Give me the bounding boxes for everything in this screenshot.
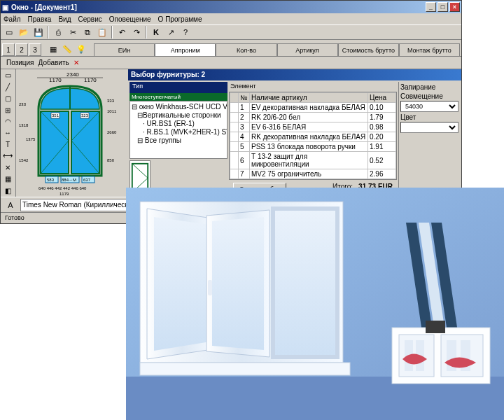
glass-tool-icon[interactable]: ▦ bbox=[1, 174, 14, 184]
color-select[interactable] bbox=[400, 122, 458, 133]
text-tool-icon[interactable]: T bbox=[1, 139, 14, 150]
maximize-button[interactable]: □ bbox=[438, 2, 448, 12]
tab-qty[interactable]: Кол-во bbox=[216, 43, 276, 56]
tab-approx[interactable]: Аппроним bbox=[155, 43, 216, 56]
window-tool-icon[interactable]: ⊞ bbox=[1, 104, 14, 115]
tab-row: 1 2 3 ▦ 📏 💡 ЕИн Аппроним Кол-во Артикул … bbox=[1, 40, 461, 57]
dim-top-total: 2340 bbox=[66, 71, 79, 78]
svg-text:1011: 1011 bbox=[107, 109, 117, 113]
tree-item[interactable]: ⊟ Все группы bbox=[132, 136, 225, 145]
tree-item[interactable]: · UR.BS1 (ER-1) bbox=[132, 120, 225, 128]
erase-tool-icon[interactable]: ✕ bbox=[1, 162, 14, 173]
menu-edit[interactable]: Правка bbox=[28, 15, 52, 23]
svg-text:1170: 1170 bbox=[49, 77, 62, 83]
tool-palette: ▭ ╱ ▢ ⊞ ◠ ↔ T ⟷ ✕ ▦ ◧ bbox=[1, 69, 16, 197]
ruler-icon[interactable]: 📏 bbox=[60, 42, 74, 56]
sub-row: Позиция Добавить ✕ bbox=[1, 57, 461, 69]
bold-icon[interactable]: K bbox=[149, 25, 163, 39]
parts-table[interactable]: №Наличие артикулЦена 1EV декоративная на… bbox=[229, 92, 397, 180]
page-2[interactable]: 2 bbox=[15, 43, 28, 56]
rect-tool-icon[interactable]: ▢ bbox=[1, 93, 14, 104]
menu-view[interactable]: Вид bbox=[58, 15, 71, 23]
close-x-icon[interactable]: ✕ bbox=[74, 59, 79, 66]
drawing-canvas[interactable]: 2340 1170 1170 351 323 bbox=[16, 69, 128, 197]
combine-label: Совмещение bbox=[400, 92, 458, 100]
print-icon[interactable]: ⎙ bbox=[51, 25, 65, 39]
menu-about[interactable]: О Программе bbox=[158, 15, 202, 23]
minimize-button[interactable]: _ bbox=[426, 2, 436, 12]
menu-file[interactable]: Файл bbox=[4, 15, 21, 23]
color-tool-icon[interactable]: ◧ bbox=[1, 186, 14, 196]
undo-icon[interactable]: ↶ bbox=[115, 25, 129, 39]
label-position: Позиция bbox=[6, 59, 34, 66]
tree-item[interactable]: ⊟ окно Winkhaus-SCH UCD Variotek bbox=[132, 103, 225, 111]
grid-icon[interactable]: ▦ bbox=[46, 42, 60, 56]
svg-text:323: 323 bbox=[81, 113, 89, 118]
help-icon[interactable]: ? bbox=[178, 25, 192, 39]
select-tool-icon[interactable]: ▭ bbox=[1, 70, 14, 80]
tab-gross-mount[interactable]: Монтаж брутто bbox=[399, 43, 460, 56]
svg-text:233: 233 bbox=[19, 102, 27, 106]
new-icon[interactable]: ▭ bbox=[2, 25, 16, 39]
close-button[interactable]: × bbox=[449, 2, 460, 12]
svg-rect-57 bbox=[426, 321, 445, 333]
table-row: 3EV 6-316 БЕЛАЯ0.98 bbox=[230, 122, 396, 132]
svg-rect-46 bbox=[208, 280, 212, 295]
svg-text:1542: 1542 bbox=[19, 158, 29, 162]
table-row: 2RK 20/6-20 бел1.79 bbox=[230, 113, 396, 122]
svg-marker-45 bbox=[212, 217, 264, 350]
cut-icon[interactable]: ✂ bbox=[66, 25, 80, 39]
hardware-panel: Выбор фурнитуры: 2 Тип Многоступенчатый … bbox=[128, 69, 461, 197]
tab-article[interactable]: Артикул bbox=[277, 43, 338, 56]
svg-rect-41 bbox=[273, 209, 337, 357]
table-row: 6Т 13-2 защит для микровентиляции0.52 bbox=[230, 152, 396, 169]
svg-text:333: 333 bbox=[107, 99, 115, 103]
page-3[interactable]: 3 bbox=[29, 43, 41, 56]
window-title: Окно - [Документ1] bbox=[11, 4, 77, 11]
svg-rect-6 bbox=[41, 111, 69, 174]
svg-text:884→M: 884→M bbox=[62, 178, 76, 182]
tree-item[interactable]: · R.BS.1 (MVK+2HER-1) SVM-B bbox=[132, 128, 225, 136]
table-row: 4RK декоративная накладка БЕЛАЯ0.20 bbox=[230, 132, 396, 142]
copy-icon[interactable]: ⧉ bbox=[80, 25, 94, 39]
titlebar[interactable]: ▣ Окно - [Документ1] _ □ × bbox=[1, 1, 461, 13]
arrow-icon[interactable]: ↗ bbox=[164, 25, 178, 39]
hardware-tree[interactable]: ⊟ окно Winkhaus-SCH UCD Variotek ⊟Вертик… bbox=[130, 101, 227, 159]
tree-item[interactable]: ⊟Вертикальные сторонки bbox=[132, 111, 225, 120]
svg-text:1170: 1170 bbox=[84, 77, 97, 83]
lock-label: Запирание bbox=[400, 83, 458, 91]
toolbar-1: ▭ 📂 💾 ⎙ ✂ ⧉ 📋 ↶ ↷ K ↗ ? bbox=[1, 24, 461, 40]
redo-icon[interactable]: ↷ bbox=[130, 25, 144, 39]
open-icon[interactable]: 📂 bbox=[17, 25, 31, 39]
right-panel: Запирание Совмещение 54030 Цвет bbox=[398, 82, 460, 195]
combine-select[interactable]: 54030 bbox=[400, 101, 458, 112]
svg-text:1375: 1375 bbox=[26, 137, 36, 141]
font-icon[interactable]: A bbox=[4, 198, 18, 212]
menubar: Файл Правка Вид Сервис Оповещение О Прог… bbox=[1, 13, 461, 24]
menu-service[interactable]: Сервис bbox=[78, 15, 102, 23]
menu-notify[interactable]: Оповещение bbox=[109, 15, 151, 23]
arc-tool-icon[interactable]: ◠ bbox=[1, 116, 14, 127]
svg-text:850: 850 bbox=[107, 158, 115, 162]
svg-text:637: 637 bbox=[83, 178, 91, 182]
table-row: 5РSS 13 блокада поворота ручки1.91 bbox=[230, 142, 396, 152]
bulb-icon[interactable]: 💡 bbox=[74, 42, 88, 56]
page-1[interactable]: 1 bbox=[2, 43, 15, 56]
svg-text:2660: 2660 bbox=[107, 130, 117, 134]
svg-marker-43 bbox=[154, 217, 210, 351]
panel-title: Выбор фурнитуры: 2 bbox=[128, 69, 461, 80]
tab-gross-cost[interactable]: Стоимость брутто bbox=[338, 43, 399, 56]
product-photo bbox=[126, 188, 504, 420]
table-row: 1EV декоративная накладка БЕЛАЯ0.10 bbox=[230, 103, 396, 113]
table-row: 7MV2 75 ограничитель2.96 bbox=[230, 169, 396, 179]
save-icon[interactable]: 💾 bbox=[31, 25, 46, 39]
svg-text:1318: 1318 bbox=[19, 123, 29, 127]
tab-unit[interactable]: ЕИн bbox=[94, 43, 155, 56]
line-tool-icon[interactable]: ╱ bbox=[1, 81, 14, 92]
dim-tool-icon[interactable]: ⟷ bbox=[1, 150, 14, 161]
label-add[interactable]: Добавить bbox=[38, 59, 69, 66]
measure-tool-icon[interactable]: ↔ bbox=[1, 127, 14, 138]
paste-icon[interactable]: 📋 bbox=[95, 25, 109, 39]
svg-rect-7 bbox=[71, 111, 99, 174]
svg-text:583: 583 bbox=[47, 178, 55, 182]
